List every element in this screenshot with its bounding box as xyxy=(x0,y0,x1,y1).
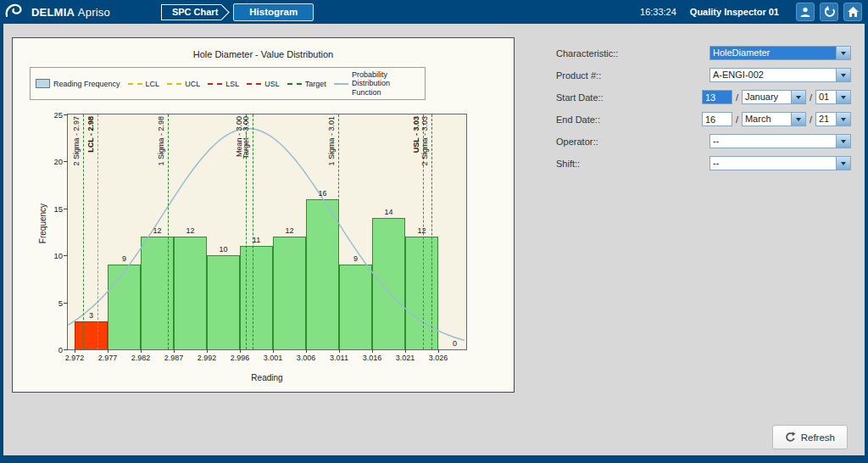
refresh-button[interactable]: Refresh xyxy=(772,425,848,449)
x-tick-label: 3.021 xyxy=(389,354,421,362)
x-tick-label: 3.006 xyxy=(290,354,322,362)
legend-item: LSL xyxy=(208,80,239,88)
clock: 16:33:24 xyxy=(640,7,676,17)
tab-histogram[interactable]: Histogram xyxy=(233,3,314,21)
bar-value-label: 12 xyxy=(182,226,199,235)
legend-item: Reading Frequency xyxy=(36,79,120,88)
chevron-down-icon[interactable] xyxy=(791,91,805,103)
control-line-label: 2 Sigma - 2.97 xyxy=(72,116,82,218)
date-separator: / xyxy=(736,92,738,103)
characteristic-label: Characteristic:: xyxy=(556,48,618,59)
legend-label: LCL xyxy=(146,80,160,88)
x-tick-mark xyxy=(273,349,274,353)
end-month-select[interactable]: March xyxy=(742,112,806,126)
end-year-value: 21 xyxy=(816,113,836,126)
start-month-select[interactable]: January xyxy=(742,90,806,104)
characteristic-row: Characteristic:: HoleDiameter xyxy=(556,46,851,60)
bar-value-label: 12 xyxy=(281,226,298,235)
x-tick-label: 2.987 xyxy=(158,354,190,362)
x-tick-mark xyxy=(306,349,307,353)
chevron-down-icon[interactable] xyxy=(791,113,805,126)
legend-swatch-box xyxy=(36,79,50,88)
histogram-plot: Frequency Reading 05101520252.97232.9779… xyxy=(67,114,467,350)
bar-value-label: 9 xyxy=(116,254,133,263)
bar-value-label: 3 xyxy=(83,311,100,320)
bar-value-label: 10 xyxy=(215,245,232,254)
chart-title: Hole Diameter - Value Distribution xyxy=(13,49,514,59)
top-bar: DELMIA Apriso SPC Chart Histogram 16:33:… xyxy=(0,0,868,24)
bar-value-label: 16 xyxy=(314,189,331,198)
bar-value-label: 9 xyxy=(348,254,364,263)
x-tick-label: 2.972 xyxy=(58,354,91,362)
brand-apriso: Apriso xyxy=(78,6,110,19)
breadcrumb-spc-chart[interactable]: SPC Chart xyxy=(161,4,221,20)
user-name: Quality Inspector 01 xyxy=(690,7,779,17)
end-day-input[interactable] xyxy=(702,112,732,126)
legend-label: Probability Distribution Function xyxy=(352,70,420,97)
legend-item: Probability Distribution Function xyxy=(334,70,420,97)
x-tick-mark xyxy=(108,349,108,353)
start-year-value: 01 xyxy=(816,91,836,103)
legend-swatch-line xyxy=(334,83,348,85)
y-tick-label: 10 xyxy=(41,251,63,260)
date-separator: / xyxy=(810,92,812,103)
control-line-label: 1 Sigma - 2.98 xyxy=(157,116,167,218)
chevron-down-icon[interactable] xyxy=(836,157,850,170)
main-content: Hole Diameter - Value Distribution Readi… xyxy=(3,24,865,455)
chart-panel: Hole Diameter - Value Distribution Readi… xyxy=(12,37,515,393)
y-axis-label: Frequency xyxy=(38,190,47,258)
end-year-select[interactable]: 21 xyxy=(815,112,851,126)
shift-select[interactable]: -- xyxy=(709,156,851,170)
legend-label: Reading Frequency xyxy=(53,80,120,88)
characteristic-select[interactable]: HoleDiameter xyxy=(709,46,851,60)
legend-label: USL xyxy=(264,80,280,88)
legend-item: Target xyxy=(287,80,326,88)
x-tick-label: 3.016 xyxy=(356,354,388,362)
legend-swatch-dash xyxy=(287,83,302,85)
y-tick-label: 15 xyxy=(41,204,63,214)
header-right: 16:33:24 Quality Inspector 01 xyxy=(640,3,862,21)
x-tick-label: 3.011 xyxy=(323,354,355,362)
start-year-select[interactable]: 01 xyxy=(815,90,851,104)
chart-legend: Reading FrequencyLCLUCLLSLUSLTargetProba… xyxy=(30,67,426,100)
date-separator: / xyxy=(736,114,738,125)
x-tick-mark xyxy=(174,349,175,353)
undo-icon[interactable] xyxy=(820,3,838,21)
date-separator: / xyxy=(810,114,812,125)
control-line xyxy=(431,114,432,349)
start-day-input[interactable] xyxy=(702,90,732,104)
x-tick-label: 3.001 xyxy=(257,354,289,362)
control-line xyxy=(253,114,253,349)
chevron-down-icon[interactable] xyxy=(836,69,850,81)
control-line xyxy=(338,114,339,349)
end-date-row: End Date:: / March / 21 xyxy=(556,112,851,126)
legend-label: LSL xyxy=(225,80,239,88)
chevron-down-icon[interactable] xyxy=(836,47,850,59)
chevron-down-icon[interactable] xyxy=(836,113,850,126)
characteristic-value: HoleDiameter xyxy=(710,47,836,59)
control-line-label: 2 Sigma - 3.03 xyxy=(420,116,431,218)
product-select[interactable]: A-ENGI-002 xyxy=(709,68,851,82)
x-tick-mark xyxy=(75,349,75,353)
legend-item: LCL xyxy=(128,80,160,88)
chevron-down-icon[interactable] xyxy=(836,135,850,148)
shift-value: -- xyxy=(710,157,836,170)
operator-label: Operator:: xyxy=(556,137,598,147)
legend-item: USL xyxy=(247,80,280,88)
x-tick-mark xyxy=(141,349,142,353)
end-date-label: End Date:: xyxy=(556,114,600,125)
chevron-down-icon[interactable] xyxy=(836,91,850,103)
operator-select[interactable]: -- xyxy=(709,134,851,148)
legend-label: UCL xyxy=(185,80,200,88)
start-date-label: Start Date:: xyxy=(556,92,604,103)
home-icon[interactable] xyxy=(843,3,862,21)
user-icon[interactable] xyxy=(796,3,815,21)
legend-swatch-dash xyxy=(167,83,181,85)
x-tick-mark xyxy=(372,349,373,353)
product-value: A-ENGI-002 xyxy=(710,69,836,81)
3ds-logo xyxy=(4,3,26,21)
legend-item: UCL xyxy=(167,80,200,88)
bar-value-label: 11 xyxy=(248,236,265,244)
refresh-icon xyxy=(785,432,796,443)
legend-swatch-dash xyxy=(128,83,142,85)
